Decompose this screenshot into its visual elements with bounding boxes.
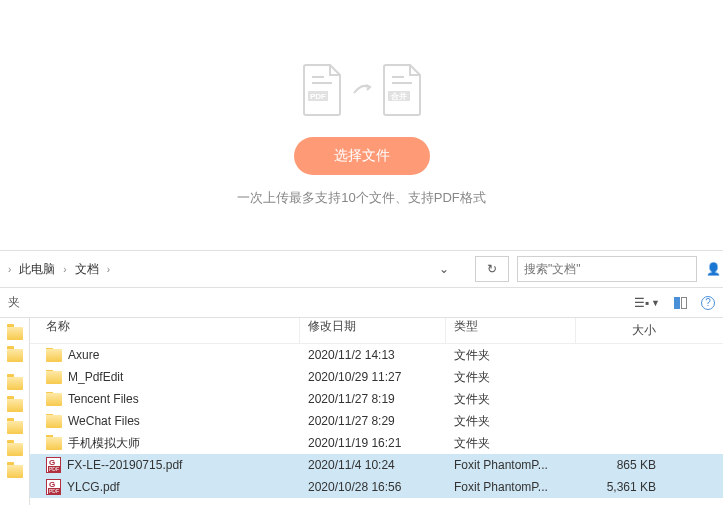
merge-badge-text: 合并 — [390, 92, 407, 101]
file-type: Foxit PhantomP... — [446, 458, 576, 472]
file-date: 2020/11/19 16:21 — [300, 436, 446, 450]
sidebar-item[interactable] — [0, 344, 29, 366]
pdf-source-icon: PDF — [300, 63, 344, 117]
breadcrumb[interactable]: › 此电脑 › 文档 › ⌄ — [0, 251, 467, 287]
search-box[interactable] — [517, 256, 697, 282]
file-date: 2020/10/28 16:56 — [300, 480, 446, 494]
column-header-size[interactable]: 大小 — [576, 322, 676, 339]
column-header-name[interactable]: 名称 — [30, 318, 300, 343]
table-row[interactable]: WeChat Files2020/11/27 8:29文件夹 — [30, 410, 723, 432]
sidebar-item[interactable] — [0, 438, 29, 460]
folder-icon — [7, 399, 23, 412]
refresh-icon: ↻ — [487, 262, 497, 276]
table-row[interactable]: 手机模拟大师2020/11/19 16:21文件夹 — [30, 432, 723, 454]
folder-icon — [7, 443, 23, 456]
table-row[interactable]: FX-LE--20190715.pdf2020/11/4 10:24Foxit … — [30, 454, 723, 476]
file-date: 2020/11/27 8:29 — [300, 414, 446, 428]
chevron-right-icon: › — [105, 264, 112, 275]
sidebar-item[interactable] — [0, 460, 29, 482]
column-header-type[interactable]: 类型 — [446, 318, 576, 343]
file-name: Tencent Files — [68, 392, 139, 406]
file-size: 865 KB — [576, 458, 676, 472]
select-file-button[interactable]: 选择文件 — [294, 137, 430, 175]
chevron-right-icon: › — [61, 264, 68, 275]
help-button[interactable]: ? — [701, 296, 715, 310]
file-name: M_PdfEdit — [68, 370, 123, 384]
column-header-row: 名称 修改日期 类型 大小 — [30, 318, 723, 344]
file-name: YLCG.pdf — [67, 480, 120, 494]
folder-icon — [7, 421, 23, 434]
file-type: 文件夹 — [446, 347, 576, 364]
folder-icon — [7, 327, 23, 340]
chevron-right-icon: › — [6, 264, 13, 275]
file-type: Foxit PhantomP... — [446, 480, 576, 494]
help-icon: ? — [701, 296, 715, 310]
pdf-file-icon — [46, 457, 61, 473]
sidebar-item[interactable] — [0, 322, 29, 344]
file-type: 文件夹 — [446, 435, 576, 452]
explorer-body: 名称 修改日期 类型 大小 Axure2020/11/2 14:13文件夹M_P… — [0, 318, 723, 505]
file-name: 手机模拟大师 — [68, 435, 140, 452]
pdf-file-icon — [46, 479, 61, 495]
folder-icon — [7, 465, 23, 478]
upload-icon-row: PDF 合并 — [300, 63, 424, 117]
subbar-label: 夹 — [8, 294, 20, 311]
table-row[interactable]: M_PdfEdit2020/10/29 11:27文件夹 — [30, 366, 723, 388]
folder-icon — [46, 437, 62, 450]
merge-arrow-icon — [352, 83, 372, 98]
file-size: 5,361 KB — [576, 480, 676, 494]
upload-hint: 一次上传最多支持10个文件、支持PDF格式 — [237, 189, 485, 207]
refresh-button[interactable]: ↻ — [475, 256, 509, 282]
file-date: 2020/11/27 8:19 — [300, 392, 446, 406]
file-date: 2020/11/4 10:24 — [300, 458, 446, 472]
folder-icon — [7, 349, 23, 362]
file-list: 名称 修改日期 类型 大小 Axure2020/11/2 14:13文件夹M_P… — [30, 318, 723, 505]
breadcrumb-dropdown[interactable]: ⌄ — [427, 262, 461, 276]
file-name: WeChat Files — [68, 414, 140, 428]
table-row[interactable]: Tencent Files2020/11/27 8:19文件夹 — [30, 388, 723, 410]
organize-bar: 夹 ☰▪ ▼ ? — [0, 288, 723, 318]
address-toolbar: › 此电脑 › 文档 › ⌄ ↻ 👤 — [0, 250, 723, 288]
person-icon[interactable]: 👤 — [703, 262, 723, 276]
sidebar-item[interactable] — [0, 394, 29, 416]
folder-icon — [7, 377, 23, 390]
table-row[interactable]: YLCG.pdf2020/10/28 16:56Foxit PhantomP..… — [30, 476, 723, 498]
file-type: 文件夹 — [446, 369, 576, 386]
list-view-icon: ☰▪ — [634, 296, 649, 310]
breadcrumb-item[interactable]: 此电脑 — [13, 261, 61, 278]
file-date: 2020/10/29 11:27 — [300, 370, 446, 384]
view-list-button[interactable]: ☰▪ ▼ — [634, 296, 660, 310]
preview-pane-icon — [674, 297, 687, 309]
file-type: 文件夹 — [446, 391, 576, 408]
preview-pane-button[interactable] — [674, 297, 687, 309]
chevron-down-icon: ▼ — [651, 298, 660, 308]
pdf-badge-text: PDF — [310, 92, 326, 101]
file-name: Axure — [68, 348, 99, 362]
pdf-merge-icon: 合并 — [380, 63, 424, 117]
column-header-date[interactable]: 修改日期 — [300, 318, 446, 343]
folder-icon — [46, 349, 62, 362]
file-name: FX-LE--20190715.pdf — [67, 458, 182, 472]
search-input[interactable] — [524, 262, 690, 276]
file-type: 文件夹 — [446, 413, 576, 430]
folder-icon — [46, 371, 62, 384]
table-row[interactable]: Axure2020/11/2 14:13文件夹 — [30, 344, 723, 366]
sidebar-item[interactable] — [0, 372, 29, 394]
folder-icon — [46, 393, 62, 406]
folder-icon — [46, 415, 62, 428]
sidebar-item[interactable] — [0, 416, 29, 438]
file-date: 2020/11/2 14:13 — [300, 348, 446, 362]
upload-area: PDF 合并 选择文件 一次上传最多支持10个文件、支持PDF格式 — [0, 0, 723, 250]
nav-sidebar — [0, 318, 30, 505]
breadcrumb-item[interactable]: 文档 — [69, 261, 105, 278]
